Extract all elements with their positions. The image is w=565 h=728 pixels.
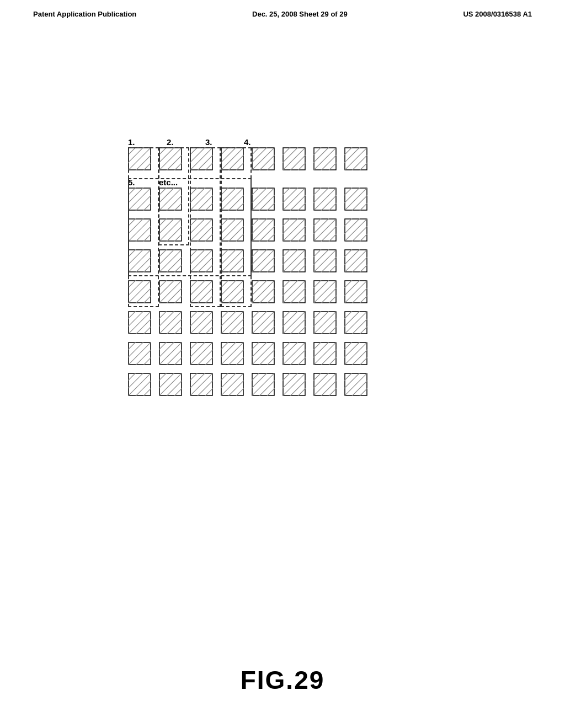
cell-r2c6: [282, 188, 306, 211]
cell-r8c3: [190, 373, 213, 396]
cell-r2c1: [128, 188, 151, 211]
cell-r1c2: [159, 147, 182, 170]
cell-r1c3: [190, 147, 213, 170]
cell-r5c5: [252, 280, 275, 303]
col-label-6: [321, 138, 344, 146]
cell-r6c5: [252, 311, 275, 334]
cell-r3c6: [282, 218, 306, 242]
cell-r7c5: [252, 342, 275, 365]
cell-r2c5: [252, 188, 275, 211]
cell-r8c6: [282, 373, 306, 396]
cell-r3c3: [190, 218, 213, 242]
col-label-8: [398, 138, 422, 146]
cell-r7c1: [128, 342, 151, 365]
cell-r6c6: [282, 311, 306, 334]
cell-r8c2: [159, 373, 182, 396]
cell-r5c8: [344, 280, 367, 303]
cell-r1c4: [221, 147, 244, 170]
col-label-4: 4.: [244, 138, 267, 146]
col-label-7: [360, 138, 383, 146]
cell-r8c8: [344, 373, 367, 396]
cell-r7c6: [282, 342, 306, 365]
grid-row-8: [128, 373, 437, 396]
grid-row-7: [128, 342, 437, 365]
header-date-sheet: Dec. 25, 2008 Sheet 29 of 29: [252, 10, 348, 18]
cell-r3c8: [344, 218, 367, 242]
cell-r7c8: [344, 342, 367, 365]
grid-row-5: [128, 280, 437, 303]
cell-r4c2: [159, 249, 182, 272]
cell-r5c3: [190, 280, 213, 303]
cell-r5c6: [282, 280, 306, 303]
cell-r2c4: [221, 188, 244, 211]
cell-r7c3: [190, 342, 213, 365]
grid-row-1: [128, 147, 437, 170]
grid-with-overlays: 5. etc...: [128, 147, 437, 396]
cell-r8c7: [313, 373, 337, 396]
cell-r4c8: [344, 249, 367, 272]
cell-r4c3: [190, 249, 213, 272]
cell-r7c2: [159, 342, 182, 365]
row-label-etc: etc...: [159, 178, 190, 186]
cell-r3c1: [128, 218, 151, 242]
cell-r2c3: [190, 188, 213, 211]
cell-r6c8: [344, 311, 367, 334]
cell-r4c7: [313, 249, 337, 272]
col-label-2: 2.: [167, 138, 190, 146]
cell-r1c6: [282, 147, 306, 170]
cell-r4c6: [282, 249, 306, 272]
col-label-5: [282, 138, 306, 146]
cell-r8c1: [128, 373, 151, 396]
grid-row-4: [128, 249, 437, 272]
page-header: Patent Application Publication Dec. 25, …: [0, 0, 565, 18]
cell-r4c4: [221, 249, 244, 272]
cell-r8c4: [221, 373, 244, 396]
grid-row-6: [128, 311, 437, 334]
cell-r2c7: [313, 188, 337, 211]
cell-r6c1: [128, 311, 151, 334]
row-label-5: 5.: [128, 178, 159, 186]
cell-r2c8: [344, 188, 367, 211]
cell-r6c4: [221, 311, 244, 334]
cell-r6c7: [313, 311, 337, 334]
cell-r7c4: [221, 342, 244, 365]
col-labels-row1: 1. 2. 3. 4.: [128, 138, 437, 146]
cell-r1c1: [128, 147, 151, 170]
figure-label: FIG.29: [241, 665, 325, 695]
cell-r5c1: [128, 280, 151, 303]
cell-r8c5: [252, 373, 275, 396]
diagram-container: 1. 2. 3. 4. 5.: [128, 138, 437, 404]
cell-r3c4: [221, 218, 244, 242]
cell-r6c3: [190, 311, 213, 334]
col-label-1: 1.: [128, 138, 151, 146]
cell-r4c1: [128, 249, 151, 272]
cell-r7c7: [313, 342, 337, 365]
grid-row-2: [128, 188, 437, 211]
grid-row-3: [128, 218, 437, 242]
col-label-3: 3.: [205, 138, 228, 146]
cell-r5c2: [159, 280, 182, 303]
cell-r4c5: [252, 249, 275, 272]
row2-label-row: 5. etc...: [128, 178, 437, 186]
header-publication-label: Patent Application Publication: [33, 10, 136, 18]
cell-r1c8: [344, 147, 367, 170]
cell-r3c2: [159, 218, 182, 242]
cell-r3c5: [252, 218, 275, 242]
cell-r6c2: [159, 311, 182, 334]
cell-r1c5: [252, 147, 275, 170]
cell-r5c7: [313, 280, 337, 303]
cell-r3c7: [313, 218, 337, 242]
cell-r5c4: [221, 280, 244, 303]
cell-r1c7: [313, 147, 337, 170]
header-patent-number: US 2008/0316538 A1: [463, 10, 532, 18]
cell-r2c2: [159, 188, 182, 211]
